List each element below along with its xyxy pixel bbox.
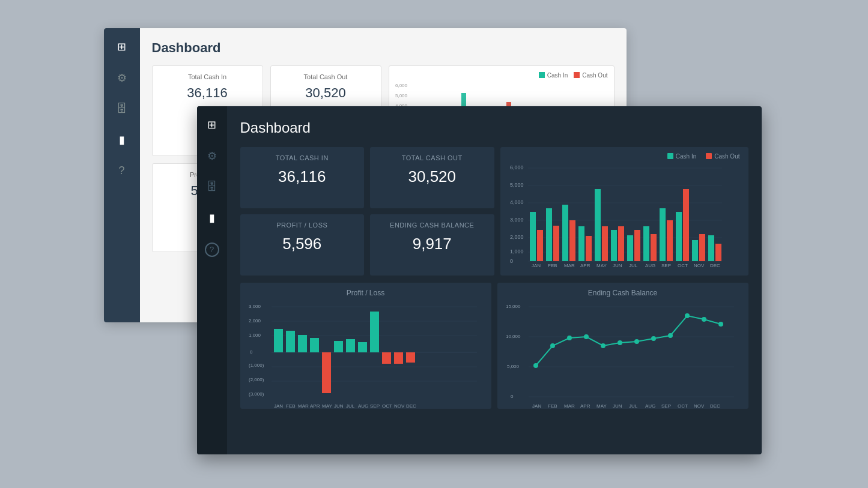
chart-icon-dark[interactable]: ▮ — [209, 211, 215, 224]
svg-text:NOV: NOV — [694, 263, 705, 267]
svg-text:JAN: JAN — [274, 403, 283, 409]
cash-in-out-chart-dark: Cash In Cash Out 6,000 5,000 4,000 3,000 — [500, 147, 748, 276]
grid-icon-dark[interactable]: ⊞ — [207, 118, 216, 131]
svg-rect-118 — [406, 352, 415, 363]
svg-text:OCT: OCT — [382, 403, 392, 409]
svg-rect-108 — [286, 331, 295, 352]
svg-rect-64 — [578, 226, 584, 261]
help-icon-light[interactable]: ? — [118, 164, 124, 177]
svg-point-148 — [685, 313, 690, 318]
metric-cash-in-dark: Total Cash In 36,116 — [240, 147, 365, 208]
legend-cash-in: Cash In — [667, 153, 696, 160]
svg-rect-77 — [683, 189, 689, 261]
svg-text:FEB: FEB — [548, 403, 557, 409]
svg-point-140 — [550, 343, 555, 348]
svg-rect-114 — [358, 342, 367, 352]
svg-text:APR: APR — [310, 403, 320, 409]
svg-text:OCT: OCT — [678, 403, 688, 409]
svg-rect-112 — [334, 341, 343, 352]
cash-chart-dark-svg: 6,000 5,000 4,000 3,000 2,000 1,000 0 — [509, 162, 725, 267]
ending-balance-svg: 15,000 10,000 5,000 0 — [506, 301, 740, 412]
svg-text:0: 0 — [511, 394, 514, 399]
svg-text:APR: APR — [580, 263, 590, 267]
svg-rect-60 — [546, 208, 552, 261]
svg-rect-69 — [618, 226, 624, 261]
legend-dot-teal — [667, 153, 673, 159]
db-icon-light[interactable]: 🗄 — [117, 103, 127, 115]
gear-icon-light[interactable]: ⚙ — [117, 71, 127, 85]
scene: ⊞ ⚙ 🗄 ▮ ? Dashboard Total Cash In 36,116… — [104, 28, 765, 460]
svg-text:6,000: 6,000 — [395, 83, 408, 88]
svg-point-147 — [668, 333, 673, 338]
svg-rect-111 — [322, 352, 331, 393]
chart-icon-light[interactable]: ▮ — [119, 133, 125, 146]
svg-point-141 — [567, 336, 572, 340]
svg-rect-62 — [562, 205, 568, 261]
svg-rect-107 — [274, 329, 283, 352]
svg-text:SEP: SEP — [661, 263, 671, 267]
svg-rect-71 — [634, 230, 640, 261]
svg-point-142 — [584, 334, 589, 339]
svg-text:AUG: AUG — [645, 263, 655, 267]
svg-rect-68 — [611, 230, 617, 261]
metric-label: Profit / Loss — [250, 221, 355, 229]
svg-text:DEC: DEC — [710, 403, 720, 409]
legend-label: Cash In — [676, 153, 696, 160]
svg-text:5,000: 5,000 — [507, 364, 520, 369]
svg-rect-63 — [569, 220, 575, 261]
svg-rect-80 — [708, 235, 714, 261]
svg-text:3,000: 3,000 — [249, 304, 261, 309]
svg-rect-66 — [595, 189, 601, 261]
svg-text:MAR: MAR — [298, 403, 309, 409]
svg-text:(2,000): (2,000) — [249, 377, 264, 382]
profit-loss-title: Profit / Loss — [249, 289, 483, 297]
svg-point-150 — [718, 322, 723, 327]
svg-text:MAY: MAY — [596, 263, 607, 267]
svg-rect-109 — [298, 335, 307, 352]
svg-text:DEC: DEC — [710, 263, 720, 267]
page-title-light: Dashboard — [152, 40, 615, 56]
metric-value: 30,520 — [281, 85, 371, 101]
svg-text:5,000: 5,000 — [510, 182, 524, 188]
svg-rect-78 — [692, 240, 698, 261]
db-icon-dark[interactable]: 🗄 — [207, 181, 217, 193]
svg-rect-65 — [586, 236, 592, 261]
svg-text:6,000: 6,000 — [510, 164, 524, 170]
ending-balance-chart: Ending Cash Balance 15,000 10,000 5,000 … — [497, 283, 748, 409]
svg-rect-74 — [660, 208, 666, 261]
sidebar-light: ⊞ ⚙ 🗄 ▮ ? — [104, 28, 140, 322]
svg-rect-70 — [627, 235, 633, 261]
svg-text:MAR: MAR — [564, 403, 575, 409]
svg-rect-81 — [715, 244, 721, 261]
metric-label: Total Cash Out — [281, 73, 371, 80]
metric-cash-out-dark: Total Cash Out 30,520 — [370, 147, 494, 208]
svg-text:0: 0 — [250, 349, 253, 355]
svg-text:JAN: JAN — [532, 263, 541, 267]
svg-text:15,000: 15,000 — [506, 304, 521, 309]
svg-point-139 — [533, 363, 538, 368]
svg-text:JUN: JUN — [613, 403, 622, 409]
gear-icon-dark[interactable]: ⚙ — [207, 149, 217, 163]
metric-label: Total Cash In — [162, 73, 253, 80]
svg-text:MAY: MAY — [322, 403, 332, 409]
metric-value: 36,116 — [250, 167, 355, 186]
svg-text:2,000: 2,000 — [510, 234, 524, 240]
svg-rect-73 — [651, 234, 657, 261]
svg-text:FEB: FEB — [548, 263, 557, 267]
svg-text:(1,000): (1,000) — [249, 363, 264, 368]
svg-point-149 — [702, 317, 706, 322]
svg-point-145 — [634, 339, 639, 344]
svg-point-144 — [618, 340, 622, 345]
profit-loss-chart: Profit / Loss 3,000 2,000 1,000 0 (1,000… — [240, 283, 491, 409]
profit-loss-svg: 3,000 2,000 1,000 0 (1,000) (2,000) (3,0… — [249, 301, 483, 412]
svg-text:APR: APR — [580, 403, 590, 409]
svg-text:MAY: MAY — [596, 403, 607, 409]
grid-icon-light[interactable]: ⊞ — [117, 40, 126, 53]
legend-label: Cash Out — [714, 153, 739, 160]
svg-rect-76 — [676, 212, 682, 261]
svg-rect-110 — [310, 338, 319, 352]
svg-text:3,000: 3,000 — [510, 217, 524, 223]
help-icon-dark[interactable]: ? — [205, 242, 219, 257]
svg-text:JUL: JUL — [629, 263, 638, 267]
metric-profit-dark: Profit / Loss 5,596 — [240, 214, 365, 276]
